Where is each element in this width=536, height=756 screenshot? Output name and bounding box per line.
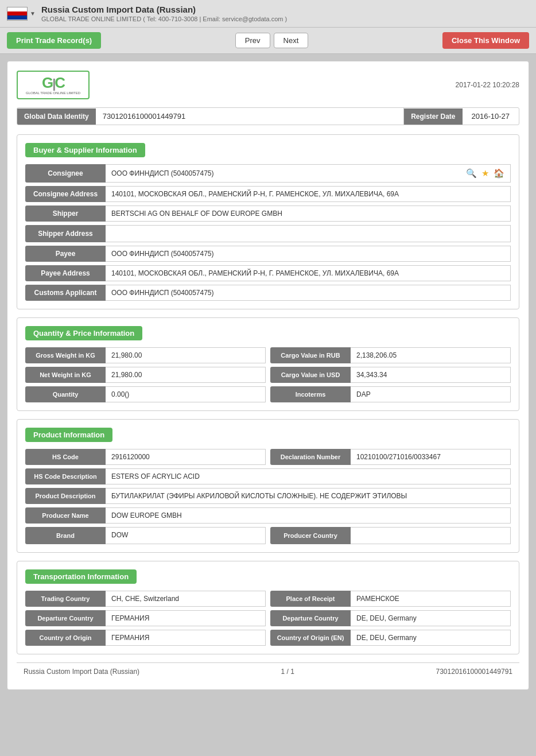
- customs-applicant-value: ООО ФИННДИСП (5040057475): [106, 285, 511, 301]
- qp-row2: Net Weight in KG 21,980.00 Cargo Value i…: [25, 367, 511, 383]
- qp-row3: Quantity 0.00() Incoterms DAP: [25, 386, 511, 402]
- country-of-origin-en-label: Country of Origin (EN): [270, 630, 351, 646]
- departure-country-value: ГЕРМАНИЯ: [106, 610, 266, 626]
- transportation-section: Transportation Information Trading Count…: [17, 561, 519, 654]
- producer-country-label: Producer Country: [270, 527, 351, 544]
- footer-right: 73012016100001449791: [436, 668, 512, 676]
- departure-country-label: Departure Country: [25, 610, 106, 626]
- cargo-usd-value: 34,343.34: [351, 367, 511, 383]
- global-identity-row: Global Data Identity 7301201610000144979…: [17, 107, 519, 125]
- producer-name-label: Producer Name: [25, 507, 106, 524]
- logo-gto: G|C: [42, 75, 64, 90]
- country-of-origin-en-value: DE, DEU, Germany: [351, 630, 511, 646]
- product-section: Product Information HS Code 2916120000 D…: [17, 419, 519, 553]
- global-data-identity-label: Global Data Identity: [17, 108, 96, 125]
- payee-row: Payee ООО ФИННДИСП (5040057475): [25, 246, 511, 262]
- shipper-label: Shipper: [25, 206, 106, 222]
- net-weight-row: Net Weight in KG 21,980.00: [25, 367, 266, 383]
- app-subtitle: GLOBAL TRADE ONLINE LIMITED ( Tel: 400-7…: [41, 15, 287, 22]
- quantity-label: Quantity: [25, 386, 106, 402]
- transport-row3: Country of Origin ГЕРМАНИЯ Country of Or…: [25, 630, 511, 646]
- quantity-price-header: Quantity & Price Information: [25, 326, 142, 340]
- payee-address-row: Payee Address 140101, МОСКОВСКАЯ ОБЛ., Р…: [25, 265, 511, 281]
- register-date-value: 2016-10-27: [463, 108, 519, 125]
- brand-row: Brand DOW: [25, 527, 266, 544]
- trading-country-value: CH, CHE, Switzerland: [106, 591, 266, 607]
- cargo-usd-row: Cargo Value in USD 34,343.34: [270, 367, 511, 383]
- consignee-label: Consignee: [25, 164, 106, 183]
- hs-code-value: 2916120000: [106, 449, 266, 465]
- place-of-receipt-label: Place of Receipt: [270, 591, 351, 607]
- top-bar: ▼ Russia Custom Import Data (Russian) GL…: [0, 0, 536, 28]
- logo-subtitle: GLOBAL TRADE ONLINE LIMITED: [26, 91, 80, 95]
- customs-applicant-label: Customs Applicant: [25, 285, 106, 301]
- declaration-number-row: Declaration Number 10210100/271016/00334…: [270, 449, 511, 465]
- hs-desc-row: HS Code Description ESTERS OF ACRYLIC AC…: [25, 468, 511, 484]
- producer-country-row: Producer Country: [270, 527, 511, 544]
- shipper-address-label: Shipper Address: [25, 225, 106, 242]
- incoterms-label: Incoterms: [270, 386, 351, 402]
- place-of-receipt-row: Place of Receipt РАМЕНСКОЕ: [270, 591, 511, 607]
- consignee-address-label: Consignee Address: [25, 186, 106, 202]
- footer-left: Russia Custom Import Data (Russian): [24, 668, 139, 676]
- consignee-value: ООО ФИННДИСП (5040057475): [111, 169, 461, 177]
- payee-address-label: Payee Address: [25, 265, 106, 281]
- app-title-area: Russia Custom Import Data (Russian) GLOB…: [41, 5, 287, 22]
- transportation-header: Transportation Information: [25, 569, 137, 584]
- country-of-origin-en-row: Country of Origin (EN) DE, DEU, Germany: [270, 630, 511, 646]
- trading-country-label: Trading Country: [25, 591, 106, 607]
- product-row-last: Brand DOW Producer Country: [25, 527, 511, 544]
- net-weight-value: 21,980.00: [106, 367, 266, 383]
- consignee-icons: 🔍 ★ 🏠: [466, 168, 504, 179]
- qp-row1: Gross Weight in KG 21,980.00 Cargo Value…: [25, 347, 511, 363]
- prev-button[interactable]: Prev: [235, 33, 270, 48]
- flag-button[interactable]: ▼: [7, 7, 36, 21]
- hs-code-description-label: HS Code Description: [25, 468, 106, 484]
- shipper-value: BERTSCHI AG ON BEHALF OF DOW EUROPE GMBH: [106, 206, 511, 222]
- shipper-row: Shipper BERTSCHI AG ON BEHALF OF DOW EUR…: [25, 206, 511, 222]
- product-description-value: БУТИЛАКРИЛАТ (ЭФИРЫ АКРИЛОВОЙ КИСЛОТЫ СЛ…: [106, 488, 511, 504]
- declaration-number-value: 10210100/271016/0033467: [351, 449, 511, 465]
- quantity-row: Quantity 0.00(): [25, 386, 266, 402]
- producer-country-value: [351, 527, 511, 544]
- brand-label: Brand: [25, 527, 106, 544]
- hs-code-row: HS Code 2916120000: [25, 449, 266, 465]
- country-of-origin-row: Country of Origin ГЕРМАНИЯ: [25, 630, 266, 646]
- card-header: G|C GLOBAL TRADE ONLINE LIMITED 2017-01-…: [17, 71, 519, 99]
- close-window-button[interactable]: Close This Window: [442, 32, 529, 49]
- next-button[interactable]: Next: [274, 33, 309, 48]
- product-description-label: Product Description: [25, 488, 106, 504]
- departure-country-en-label: Departure Country: [270, 610, 351, 626]
- search-icon[interactable]: 🔍: [466, 168, 477, 179]
- incoterms-value: DAP: [351, 386, 511, 402]
- transport-row2: Departure Country ГЕРМАНИЯ Departure Cou…: [25, 610, 511, 626]
- consignee-address-row: Consignee Address 140101, МОСКОВСКАЯ ОБЛ…: [25, 186, 511, 202]
- gross-weight-row: Gross Weight in KG 21,980.00: [25, 347, 266, 363]
- payee-address-value: 140101, МОСКОВСКАЯ ОБЛ., РАМЕНСКИЙ Р-Н, …: [106, 265, 511, 281]
- payee-value: ООО ФИННДИСП (5040057475): [106, 246, 511, 262]
- register-date-label: Register Date: [404, 108, 462, 125]
- departure-country-en-row: Departure Country DE, DEU, Germany: [270, 610, 511, 626]
- buyer-supplier-header: Buyer & Supplier Information: [25, 143, 145, 157]
- toolbar: Print Trade Record(s) Prev Next Close Th…: [0, 28, 536, 54]
- departure-country-en-value: DE, DEU, Germany: [351, 610, 511, 626]
- home-icon[interactable]: 🏠: [494, 168, 504, 179]
- russia-flag: [7, 7, 28, 21]
- cargo-usd-label: Cargo Value in USD: [270, 367, 351, 383]
- gross-weight-label: Gross Weight in KG: [25, 347, 106, 363]
- place-of-receipt-value: РАМЕНСКОЕ: [351, 591, 511, 607]
- hs-code-label: HS Code: [25, 449, 106, 465]
- declaration-number-label: Declaration Number: [270, 449, 351, 465]
- consignee-address-value: 140101, МОСКОВСКАЯ ОБЛ., РАМЕНСКИЙ Р-Н, …: [106, 186, 511, 202]
- print-button[interactable]: Print Trade Record(s): [7, 32, 101, 49]
- payee-label: Payee: [25, 246, 106, 262]
- departure-country-row: Departure Country ГЕРМАНИЯ: [25, 610, 266, 626]
- consignee-row: Consignee ООО ФИННДИСП (5040057475) 🔍 ★ …: [25, 164, 511, 183]
- producer-name-row: Producer Name DOW EUROPE GMBH: [25, 507, 511, 524]
- star-icon[interactable]: ★: [481, 168, 489, 179]
- product-desc-row: Product Description БУТИЛАКРИЛАТ (ЭФИРЫ …: [25, 488, 511, 504]
- footer-center: 1 / 1: [281, 668, 294, 676]
- cargo-rub-label: Cargo Value in RUB: [270, 347, 351, 363]
- logo-area: G|C GLOBAL TRADE ONLINE LIMITED: [17, 71, 90, 99]
- main-card: G|C GLOBAL TRADE ONLINE LIMITED 2017-01-…: [7, 61, 529, 690]
